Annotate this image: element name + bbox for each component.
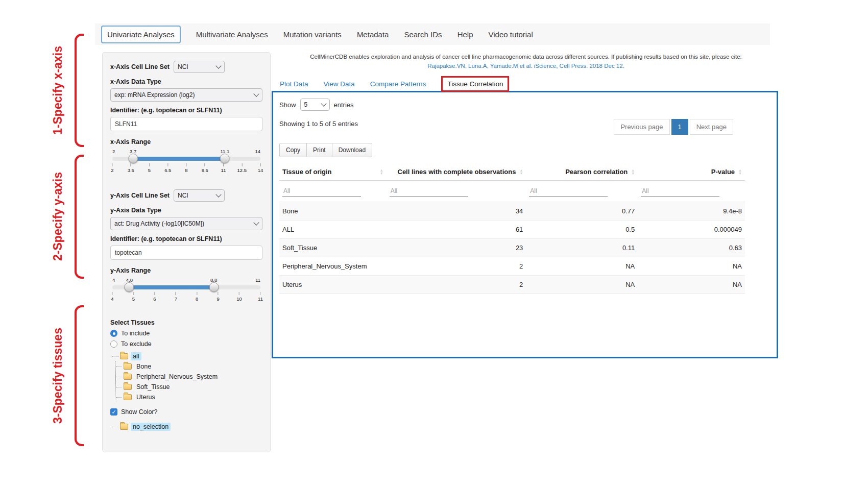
tab-univariate-analyses[interactable]: Univariate Analyses	[101, 26, 181, 43]
table-cell: 0.63	[638, 239, 745, 257]
tab-help[interactable]: Help	[457, 30, 473, 39]
sort-icon[interactable]: ▲▼	[519, 169, 523, 175]
chevron-down-icon	[215, 191, 221, 197]
next-page-button[interactable]: Next page	[690, 119, 733, 135]
slider-fill	[129, 285, 213, 289]
table-cell: Peripheral_Nervous_System	[279, 257, 387, 276]
tab-search-ids[interactable]: Search IDs	[404, 30, 442, 39]
page-size-control: Show 5 entries	[279, 99, 770, 111]
slider-tick: 11	[258, 292, 263, 302]
tree-node-uterus[interactable]: Uterus	[116, 392, 262, 402]
table-cell: 2	[387, 276, 526, 294]
subtab-view-data[interactable]: View Data	[324, 80, 355, 88]
subtab-plot-data[interactable]: Plot Data	[280, 80, 308, 88]
tree-node-peripheral-nervous-system[interactable]: Peripheral_Nervous_System	[116, 372, 262, 382]
x-range-handle-low[interactable]	[128, 154, 138, 163]
x-data-type-select[interactable]: exp: mRNA Expression (log2)	[110, 88, 262, 102]
tree-node-all[interactable]: all	[112, 351, 262, 361]
x-range-slider[interactable]: 2 3.7 11.1 14 2 3.5 5 6.5 8 9.5	[112, 149, 260, 181]
y-range-handle-high[interactable]	[209, 282, 219, 292]
tree-label[interactable]: Bone	[134, 362, 153, 371]
col-header-pearson[interactable]: Pearson correlation ▲▼	[526, 163, 638, 181]
tab-multivariate-analyses[interactable]: Multivariate Analyses	[196, 30, 268, 39]
table-cell: 2	[387, 257, 526, 276]
x-data-type-label: x-Axis Data Type	[110, 78, 262, 85]
page-1-button[interactable]: 1	[671, 119, 688, 135]
slider-ticks: 2 3.5 5 6.5 8 9.5 11 12.5 14	[112, 163, 260, 178]
col-header-pvalue[interactable]: P-value ▲▼	[638, 163, 745, 181]
tab-metadata[interactable]: Metadata	[357, 30, 389, 39]
tree-label-no-selection[interactable]: no_selection	[131, 423, 171, 431]
table-cell: 9.4e-8	[638, 202, 745, 221]
tree-node-soft-tissue[interactable]: Soft_Tissue	[116, 382, 262, 392]
x-range-handle-high[interactable]	[220, 154, 230, 163]
table-cell: NA	[638, 257, 745, 276]
tree-children: Bone Peripheral_Nervous_System Soft_Tiss…	[115, 361, 262, 402]
filter-input-pearson[interactable]	[529, 186, 608, 197]
y-range-slider[interactable]: 4 4.8 8.8 11 4 5 6 7 8 9 10	[112, 277, 260, 310]
slider-tick: 9	[216, 292, 219, 302]
col-header-cell-lines[interactable]: Cell lines with complete observations ▲▼	[387, 163, 526, 181]
tree-node-no-selection[interactable]: no_selection	[112, 422, 262, 432]
sort-icon[interactable]: ▲▼	[738, 169, 742, 175]
previous-page-button[interactable]: Previous page	[614, 119, 669, 135]
filter-input-pvalue[interactable]	[641, 186, 719, 197]
tree-node-bone[interactable]: Bone	[116, 361, 262, 372]
table-export-buttons: Copy Print Download	[279, 143, 770, 157]
x-range-label: x-Axis Range	[110, 138, 262, 145]
filter-input-tissue[interactable]	[282, 186, 361, 197]
table-cell: 61	[387, 221, 526, 239]
slider-tick: 6	[153, 292, 156, 302]
exclude-label: To exclude	[121, 340, 152, 348]
tree-label[interactable]: Peripheral_Nervous_System	[134, 373, 220, 381]
folder-icon	[124, 394, 132, 400]
sort-icon[interactable]: ▲▼	[380, 169, 383, 175]
print-button[interactable]: Print	[306, 143, 332, 157]
tree-label[interactable]: Uterus	[134, 393, 157, 401]
subtab-compare-patterns[interactable]: Compare Patterns	[370, 80, 426, 88]
table-cell: 0.5	[526, 221, 638, 239]
show-color-checkbox[interactable]: Show Color?	[110, 408, 262, 416]
x-identifier-input[interactable]	[110, 117, 262, 131]
slider-track[interactable]	[112, 157, 260, 161]
tab-mutation-variants[interactable]: Mutation variants	[283, 30, 342, 39]
citation: CellMinerCDB enables exploration and ana…	[278, 53, 774, 71]
slider-tick: 9.5	[202, 163, 208, 173]
x-cell-line-set-select[interactable]: NCI	[174, 61, 225, 73]
table-row[interactable]: Bone 34 0.77 9.4e-8	[279, 202, 745, 221]
citation-link[interactable]: Rajapakse.VN, Luna.A, Yamade.M et al. iS…	[278, 62, 774, 71]
checkbox-checked-icon[interactable]	[110, 408, 117, 416]
y-range-handle-low[interactable]	[125, 282, 134, 292]
folder-icon	[120, 424, 128, 430]
copy-button[interactable]: Copy	[279, 143, 307, 157]
table-row[interactable]: Peripheral_Nervous_System 2 NA NA	[279, 257, 745, 276]
y-cell-line-set-value: NCI	[178, 192, 188, 199]
page-size-value: 5	[304, 101, 308, 108]
subtab-tissue-correlation[interactable]: Tissue Correlation	[441, 76, 509, 92]
radio-selected-icon[interactable]	[110, 330, 117, 337]
filter-input-cell-lines[interactable]	[390, 186, 468, 197]
tree-label[interactable]: Soft_Tissue	[134, 383, 172, 391]
y-identifier-input[interactable]	[110, 246, 262, 260]
col-header-tissue[interactable]: Tissue of origin ▲▼	[279, 163, 387, 181]
download-button[interactable]: Download	[332, 143, 372, 157]
tab-video-tutorial[interactable]: Video tutorial	[488, 30, 533, 39]
table-row[interactable]: Soft_Tissue 23 0.11 0.63	[279, 239, 745, 257]
page-size-select[interactable]: 5	[300, 99, 330, 111]
slider-track[interactable]	[112, 285, 260, 289]
sort-icon[interactable]: ▲▼	[631, 169, 635, 175]
tree-connector	[116, 392, 122, 402]
exclude-radio[interactable]: To exclude	[110, 340, 262, 348]
tree-label-all[interactable]: all	[131, 352, 141, 360]
table-row[interactable]: ALL 61 0.5 0.000049	[279, 221, 745, 239]
tree-connector	[116, 382, 122, 392]
chevron-down-icon	[215, 63, 221, 68]
table-row[interactable]: Uterus 2 NA NA	[279, 276, 745, 294]
radio-unselected-icon[interactable]	[110, 340, 117, 348]
include-radio[interactable]: To include	[110, 330, 262, 337]
folder-icon	[120, 353, 128, 359]
col-header-label: Cell lines with complete observations	[398, 168, 516, 176]
y-cell-line-set-select[interactable]: NCI	[174, 189, 225, 202]
y-data-type-select[interactable]: act: Drug Activity (-log10[IC50M])	[110, 217, 262, 230]
table-cell: 0.000049	[638, 221, 745, 239]
